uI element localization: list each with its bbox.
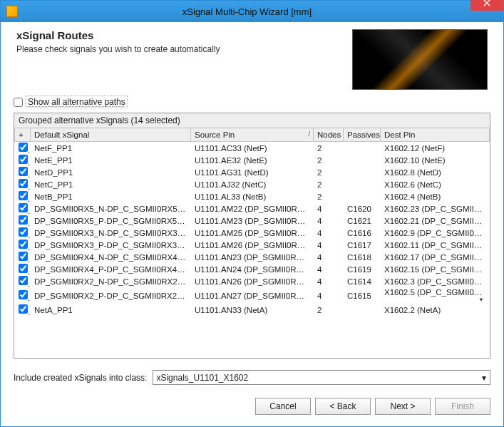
row-checkbox[interactable]: [19, 191, 28, 200]
cell-passives: [344, 178, 381, 190]
table-row[interactable]: DP_SGMII0RX5_P-DP_C_SGMII0RX5_P_PP1U1101…: [15, 215, 490, 227]
table-row[interactable]: DP_SGMII0RX2_P-DP_C_SGMII0RX2_P_PP1U1101…: [15, 287, 490, 304]
row-checkbox[interactable]: [19, 203, 28, 212]
cell-source-pin: U1101.AL33 (NetB): [191, 190, 314, 202]
col-nodes[interactable]: Nodes: [314, 128, 344, 142]
table-row[interactable]: DP_SGMII0RX4_N-DP_C_SGMII0RX4_N_PP1U1101…: [15, 251, 490, 263]
cell-dest-pin: X1602.15 (DP_C_SGMII0RX4_P): [381, 263, 490, 275]
cell-signal: DP_SGMII0RX5_P-DP_C_SGMII0RX5_P_PP1: [31, 215, 191, 227]
table-row[interactable]: DP_SGMII0RX4_P-DP_C_SGMII0RX4_P_PP1U1101…: [15, 263, 490, 275]
cell-passives: C1617: [344, 239, 381, 251]
col-default-xsignal[interactable]: Default xSignal: [31, 128, 191, 142]
cell-nodes: 2: [314, 190, 344, 202]
cell-nodes: 4: [314, 227, 344, 239]
table-row[interactable]: DP_SGMII0RX5_N-DP_C_SGMII0RX5_N_PP1U1101…: [15, 202, 490, 215]
cell-nodes: 4: [314, 202, 344, 215]
cell-signal: DP_SGMII0RX3_N-DP_C_SGMII0RX3_N_PP2: [31, 227, 191, 239]
table-row[interactable]: NetA_PP1U1101.AN33 (NetA)2X1602.2 (NetA): [15, 304, 490, 316]
app-icon: [6, 6, 18, 17]
row-checkbox[interactable]: [19, 167, 28, 176]
cell-dest-pin: X1602.17 (DP_C_SGMII0RX4_N): [381, 251, 490, 263]
finish-button: Finish: [435, 398, 490, 415]
col-dest-pin[interactable]: Dest Pin: [381, 128, 490, 142]
group-header: Grouped alternative xSignals (14 selecte…: [14, 113, 490, 128]
col-passives[interactable]: Passives: [344, 128, 381, 142]
table-row[interactable]: NetD_PP1U1101.AG31 (NetD)2X1602.8 (NetD): [15, 166, 490, 178]
row-checkbox[interactable]: [19, 304, 28, 314]
cell-signal: DP_SGMII0RX4_P-DP_C_SGMII0RX4_P_PP1: [31, 263, 191, 275]
cell-source-pin: U1101.AN27 (DP_SGMII0RX2_P): [191, 287, 314, 304]
row-checkbox[interactable]: [19, 155, 28, 164]
cell-signal: NetA_PP1: [31, 304, 191, 316]
cell-signal: NetF_PP1: [31, 142, 191, 155]
row-checkbox[interactable]: [19, 143, 28, 152]
cell-passives: C1619: [344, 263, 381, 275]
show-all-paths-label[interactable]: Show all alternative paths: [26, 96, 128, 108]
cell-nodes: 2: [314, 142, 344, 155]
cell-source-pin: U1101.AN24 (DP_SGMII0RX4_P): [191, 263, 314, 275]
row-checkbox[interactable]: [19, 264, 28, 273]
cancel-button[interactable]: Cancel: [255, 398, 311, 415]
cell-signal: DP_SGMII0RX2_N-DP_C_SGMII0RX2_N_PP1: [31, 275, 191, 287]
window-title: xSignal Multi-Chip Wizard [mm]: [24, 6, 470, 17]
titlebar[interactable]: xSignal Multi-Chip Wizard [mm]: [1, 1, 503, 22]
col-source-pin[interactable]: Source Pin/: [191, 128, 314, 142]
signals-grid: Grouped alternative xSignals (14 selecte…: [14, 113, 490, 359]
cell-passives: [344, 190, 381, 202]
header-image: [352, 29, 488, 90]
table-row[interactable]: DP_SGMII0RX2_N-DP_C_SGMII0RX2_N_PP1U1101…: [15, 275, 490, 287]
cell-dest-pin: X1602.6 (NetC): [381, 178, 490, 190]
row-checkbox[interactable]: [19, 290, 28, 299]
cell-signal: NetE_PP1: [31, 154, 191, 166]
table-row[interactable]: NetC_PP1U1101.AJ32 (NetC)2X1602.6 (NetC): [15, 178, 490, 190]
cell-dest-pin: X1602.9 (DP_C_SGMII0RX3_N): [381, 227, 490, 239]
cell-passives: [344, 304, 381, 316]
cell-source-pin: U1101.AG31 (NetD): [191, 166, 314, 178]
row-checkbox[interactable]: [19, 252, 28, 261]
cell-dest-pin: X1602.3 (DP_C_SGMII0RX2_N): [381, 275, 490, 287]
cell-dest-pin: X1602.10 (NetE): [381, 154, 490, 166]
cell-passives: C1616: [344, 227, 381, 239]
row-checkbox[interactable]: [19, 227, 28, 237]
cell-nodes: 4: [314, 263, 344, 275]
cell-signal: DP_SGMII0RX5_N-DP_C_SGMII0RX5_N_PP1: [31, 202, 191, 215]
row-checkbox[interactable]: [19, 240, 28, 249]
table-row[interactable]: DP_SGMII0RX3_N-DP_C_SGMII0RX3_N_PP2U1101…: [15, 227, 490, 239]
cell-signal: DP_SGMII0RX4_N-DP_C_SGMII0RX4_N_PP1: [31, 251, 191, 263]
cell-passives: C1620: [344, 202, 381, 215]
cell-nodes: 4: [314, 275, 344, 287]
next-button[interactable]: Next >: [375, 398, 431, 415]
row-checkbox[interactable]: [19, 179, 28, 188]
cell-dest-pin: X1602.2 (NetA): [381, 304, 490, 316]
back-button[interactable]: < Back: [315, 398, 371, 415]
cell-passives: [344, 142, 381, 155]
cell-source-pin: U1101.AN23 (DP_SGMII0RX4_N): [191, 251, 314, 263]
cell-signal: NetB_PP1: [31, 190, 191, 202]
wizard-header: xSignal Routes Please check signals you …: [1, 22, 503, 90]
include-class-value: xSignals_U1101_X1602: [156, 373, 248, 383]
col-checkbox[interactable]: +: [15, 128, 31, 142]
cell-signal: NetD_PP1: [31, 166, 191, 178]
cell-signal: DP_SGMII0RX3_P-DP_C_SGMII0RX3_P_PP2: [31, 239, 191, 251]
row-checkbox[interactable]: [19, 276, 28, 285]
chevron-down-icon[interactable]: ▼: [478, 297, 485, 303]
show-all-paths-checkbox[interactable]: [14, 98, 23, 107]
close-button[interactable]: [470, 0, 503, 11]
table-row[interactable]: DP_SGMII0RX3_P-DP_C_SGMII0RX3_P_PP2U1101…: [15, 239, 490, 251]
wizard-buttons: Cancel < Back Next > Finish: [1, 391, 503, 426]
cell-nodes: 2: [314, 304, 344, 316]
row-checkbox[interactable]: [19, 215, 28, 225]
table-row[interactable]: NetF_PP1U1101.AC33 (NetF)2X1602.12 (NetF…: [15, 142, 490, 155]
cell-passives: C1614: [344, 275, 381, 287]
include-class-combo[interactable]: xSignals_U1101_X1602 ▾: [153, 370, 490, 385]
cell-nodes: 2: [314, 178, 344, 190]
cell-nodes: 4: [314, 287, 344, 304]
cell-nodes: 2: [314, 166, 344, 178]
table-row[interactable]: NetE_PP1U1101.AE32 (NetE)2X1602.10 (NetE…: [15, 154, 490, 166]
page-title: xSignal Routes: [16, 29, 220, 41]
cell-source-pin: U1101.AE32 (NetE): [191, 154, 314, 166]
cell-source-pin: U1101.AC33 (NetF): [191, 142, 314, 155]
cell-dest-pin: X1602.12 (NetF): [381, 142, 490, 155]
cell-passives: C1618: [344, 251, 381, 263]
table-row[interactable]: NetB_PP1U1101.AL33 (NetB)2X1602.4 (NetB): [15, 190, 490, 202]
